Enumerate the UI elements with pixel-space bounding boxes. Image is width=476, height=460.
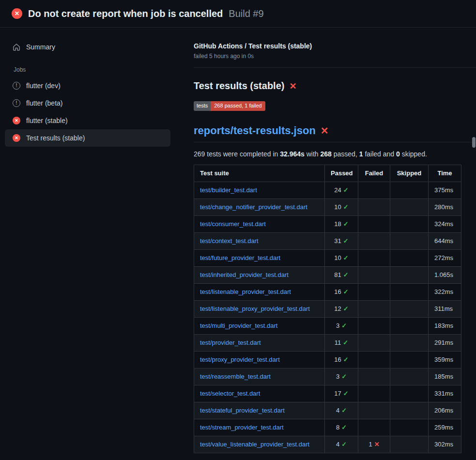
suite-cell: test/listenable_provider_test.dart (194, 284, 325, 301)
test-suite-link[interactable]: test/provider_test.dart (200, 339, 261, 346)
table-row: test/listenable_provider_test.dart16✓322… (194, 284, 461, 301)
table-row: test/stateful_provider_test.dart4✓206ms (194, 402, 461, 419)
check-icon: ✓ (343, 271, 349, 278)
check-icon: ✓ (341, 441, 347, 448)
time-cell: 280ms (429, 199, 461, 216)
passed-cell: 17✓ (325, 385, 358, 402)
header-failed: Failed (358, 165, 390, 182)
skipped-cell (390, 402, 429, 419)
job-label: flutter (stable) (26, 117, 68, 124)
passed-cell: 16✓ (325, 284, 358, 301)
test-suite-link[interactable]: test/selector_test.dart (200, 390, 260, 397)
test-suite-link[interactable]: test/value_listenable_provider_test.dart (200, 441, 309, 448)
passed-count: 10 (334, 254, 341, 261)
table-row: test/inherited_provider_test.dart81✓1.06… (194, 267, 461, 284)
sidebar-item-flutter-dev[interactable]: ! flutter (dev) (5, 77, 170, 94)
table-row: test/consumer_test.dart18✓324ms (194, 216, 461, 233)
check-icon: ✓ (343, 254, 349, 261)
test-suite-link[interactable]: test/reassemble_test.dart (200, 373, 271, 380)
breadcrumb: GitHub Actions / Test results (stable) (194, 42, 476, 50)
passed-cell: 16✓ (325, 352, 358, 368)
failed-cell: 1✕ (358, 436, 390, 453)
test-suite-link[interactable]: test/context_test.dart (200, 237, 259, 245)
skipped-cell (390, 352, 429, 368)
passed-count: 18 (334, 220, 341, 228)
test-suite-link[interactable]: test/builder_test.dart (200, 186, 257, 194)
test-suite-link[interactable]: test/stateful_provider_test.dart (200, 407, 285, 414)
test-suite-link[interactable]: test/listenable_provider_test.dart (200, 288, 291, 295)
passed-count: 3 (336, 322, 339, 329)
check-icon: ✓ (341, 407, 347, 414)
sidebar-item-flutter-stable[interactable]: ✕ flutter (stable) (5, 112, 170, 129)
failed-status-icon: ✕ (13, 134, 20, 142)
test-suite-link[interactable]: test/consumer_test.dart (200, 220, 266, 228)
check-icon: ✓ (341, 322, 347, 329)
neutral-status-icon: ! (13, 99, 20, 107)
badge-value: 268 passed, 1 failed (211, 101, 265, 111)
passed-cell: 8✓ (325, 419, 358, 436)
failed-cell (358, 402, 390, 419)
check-run-title: Test results (stable) ✕ (194, 80, 476, 92)
skipped-cell (390, 267, 429, 284)
badge-label: tests (194, 101, 211, 111)
time-cell: 183ms (429, 318, 461, 335)
scrollbar-thumb[interactable] (472, 137, 476, 148)
check-icon: ✓ (341, 424, 347, 431)
report-link[interactable]: reports/test-results.json (194, 124, 316, 137)
table-row: test/selector_test.dart17✓331ms (194, 385, 461, 402)
test-suite-link[interactable]: test/change_notifier_provider_test.dart (200, 203, 307, 211)
test-suite-link[interactable]: test/listenable_proxy_provider_test.dart (200, 305, 310, 312)
neutral-status-icon: ! (13, 82, 20, 90)
suite-cell: test/provider_test.dart (194, 335, 325, 352)
suite-cell: test/proxy_provider_test.dart (194, 352, 325, 368)
suite-cell: test/change_notifier_provider_test.dart (194, 199, 325, 216)
table-row: test/proxy_provider_test.dart16✓359ms (194, 352, 461, 368)
failed-cell (358, 352, 390, 368)
passed-cell: 10✓ (325, 250, 358, 267)
test-suite-link[interactable]: test/proxy_provider_test.dart (200, 356, 280, 363)
time-cell: 185ms (429, 368, 461, 385)
time-cell: 302ms (429, 436, 461, 453)
table-row: test/value_listenable_provider_test.dart… (194, 436, 461, 453)
time-cell: 644ms (429, 233, 461, 250)
test-suite-link[interactable]: test/inherited_provider_test.dart (200, 271, 289, 278)
table-row: test/listenable_proxy_provider_test.dart… (194, 301, 461, 318)
passed-count: 16 (334, 288, 341, 295)
summary-text: skipped. (400, 150, 427, 158)
passed-count: 24 (334, 186, 341, 194)
time-cell: 291ms (429, 335, 461, 352)
time-cell: 259ms (429, 419, 461, 436)
failed-cell (358, 318, 390, 335)
passed-count: 11 (335, 339, 341, 346)
failed-x-icon: ✕ (321, 126, 329, 136)
passed-cell: 18✓ (325, 216, 358, 233)
test-suite-link[interactable]: test/multi_provider_test.dart (200, 322, 277, 329)
table-row: test/context_test.dart31✓644ms (194, 233, 461, 250)
skipped-cell (390, 233, 429, 250)
test-suite-link[interactable]: test/future_provider_test.dart (200, 254, 280, 261)
failed-cell (358, 284, 390, 301)
passed-count: 16 (334, 356, 341, 363)
results-table-body: test/builder_test.dart24✓375mstest/chang… (194, 182, 461, 453)
suite-cell: test/stream_provider_test.dart (194, 419, 325, 436)
passed-cell: 81✓ (325, 267, 358, 284)
sidebar-item-flutter-beta[interactable]: ! flutter (beta) (5, 94, 170, 112)
failed-status-icon: ✕ (13, 117, 20, 124)
sidebar-item-test-results-stable[interactable]: ✕ Test results (stable) (5, 129, 170, 147)
skipped-cell (390, 199, 429, 216)
passed-cell: 4✓ (325, 402, 358, 419)
job-label: Test results (stable) (26, 134, 85, 142)
summary-text: failed and (363, 150, 397, 158)
skipped-cell (390, 368, 429, 385)
test-suite-link[interactable]: test/stream_provider_test.dart (200, 424, 284, 431)
failed-cell (358, 419, 390, 436)
passed-cell: 11✓ (325, 335, 358, 352)
skipped-cell (390, 301, 429, 318)
check-icon: ✓ (343, 288, 349, 295)
failed-x-icon: ✕ (289, 82, 296, 91)
time-cell: 359ms (429, 352, 461, 368)
page-title: Do not create report when job is cancell… (28, 8, 223, 19)
failed-cell (358, 233, 390, 250)
sidebar-item-summary[interactable]: Summary (5, 38, 170, 56)
summary-text: with (305, 150, 321, 158)
